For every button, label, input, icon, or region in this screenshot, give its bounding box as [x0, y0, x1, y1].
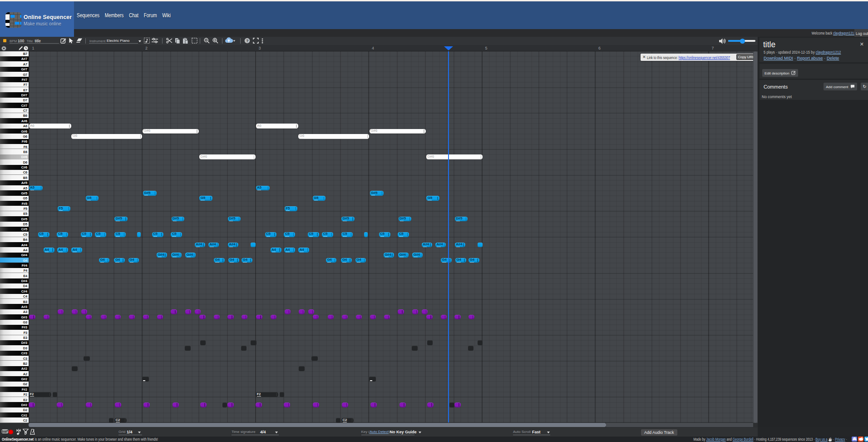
svg-text:?: ? — [246, 39, 249, 43]
